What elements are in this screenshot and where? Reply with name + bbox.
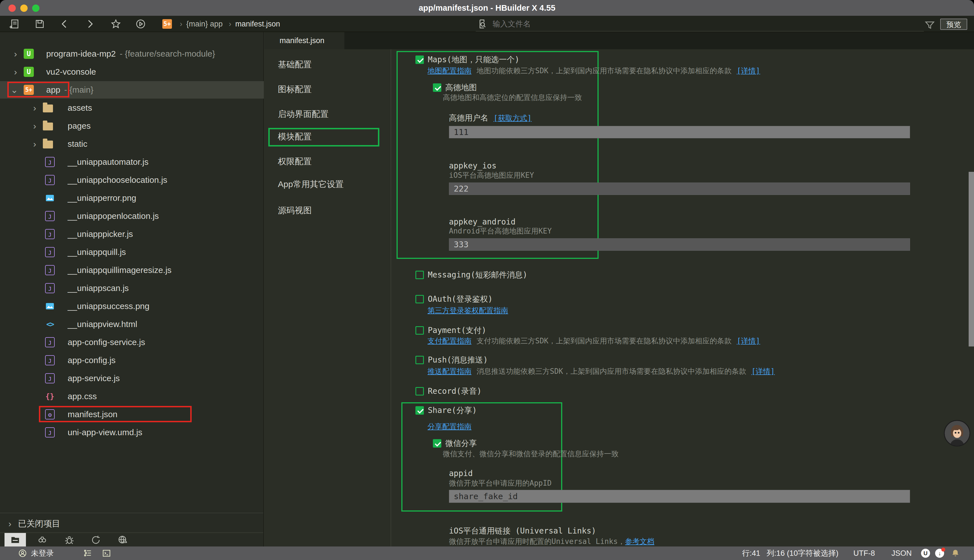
debug-view-icon[interactable]	[64, 535, 74, 545]
maps-guide-link[interactable]: 地图配置指南	[427, 66, 472, 76]
star-icon[interactable]	[110, 18, 121, 29]
tree-item-file[interactable]: J app-config-service.js	[0, 333, 264, 351]
breadcrumb-project[interactable]: app	[210, 20, 223, 28]
tree-item-app[interactable]: 5+ app - {main}	[0, 81, 264, 98]
breadcrumb[interactable]: ›{main} app ›manifest.json	[176, 16, 280, 32]
tree-item-vu2-vconsole[interactable]: U vu2-vconsole	[0, 63, 264, 80]
push-guide-link[interactable]: 推送配置指南	[427, 367, 472, 376]
tree-item-file[interactable]: __uniapperror.png	[0, 189, 264, 207]
tree-item-file[interactable]: J app-service.js	[0, 370, 264, 387]
tree-item-file[interactable]: J __uniappscan.js	[0, 280, 264, 297]
appkey-ios-input[interactable]	[449, 183, 910, 195]
universal-links-doc-link[interactable]: 参考文档	[625, 537, 654, 547]
folder-view-icon[interactable]	[10, 535, 20, 545]
notification-bell-icon[interactable]	[951, 549, 960, 558]
tree-label[interactable]: __uniappautomator.js	[68, 157, 148, 167]
share-guide-link[interactable]: 分享配置指南	[427, 422, 472, 432]
encoding-indicator[interactable]: UTF-8	[853, 547, 875, 560]
tree-item-static[interactable]: static	[0, 135, 264, 153]
tree-item-file[interactable]: J __uniappchooselocation.js	[0, 171, 264, 189]
cursor-column-selection[interactable]: 列:16 (10字符被选择)	[767, 547, 839, 560]
tree-label[interactable]: app-service.js	[68, 373, 120, 383]
tree-item-assets[interactable]: assets	[0, 99, 264, 117]
record-checkbox[interactable]	[415, 387, 424, 395]
breadcrumb-file[interactable]: manifest.json	[235, 20, 280, 28]
amap-user-howto-link[interactable]: [获取方式]	[494, 113, 532, 123]
chevron-right-icon[interactable]	[30, 122, 39, 130]
tree-label[interactable]: __uniapperror.png	[68, 193, 137, 203]
sync-view-icon[interactable]	[91, 535, 101, 545]
maps-checkbox[interactable]	[415, 55, 424, 64]
outline-list-icon[interactable]	[83, 549, 92, 558]
menu-item-icon-config[interactable]: 图标配置	[264, 80, 389, 98]
tree-label[interactable]: uni-app-view.umd.js	[68, 428, 142, 437]
tree-label[interactable]: static	[68, 139, 87, 149]
chevron-right-icon[interactable]	[11, 50, 20, 58]
tree-label[interactable]: __uniappsuccess.png	[68, 302, 149, 311]
tree-label[interactable]: app.css	[68, 392, 97, 401]
oauth-guide-link[interactable]: 第三方登录鉴权配置指南	[427, 306, 508, 315]
tree-label[interactable]: app-config-service.js	[68, 337, 145, 347]
account-icon[interactable]	[18, 549, 27, 558]
payment-guide-link[interactable]: 支付配置指南	[427, 336, 472, 346]
uniapp-badge-icon[interactable]: U	[921, 549, 930, 558]
tree-label[interactable]: __uniappquill.js	[68, 247, 126, 257]
forward-icon[interactable]	[85, 18, 95, 29]
tree-item-file[interactable]: J __uniappopenlocation.js	[0, 207, 264, 225]
closed-projects-label[interactable]: 已关闭项目	[18, 518, 60, 530]
tree-label[interactable]: __uniappview.html	[68, 320, 137, 329]
messaging-checkbox[interactable]	[415, 271, 424, 279]
login-status[interactable]: 未登录	[31, 547, 54, 560]
tree-item-file[interactable]: J __uniappautomator.js	[0, 153, 264, 171]
wechat-share-checkbox[interactable]	[433, 439, 441, 448]
new-file-icon[interactable]	[9, 18, 20, 29]
maps-detail-link[interactable]: [详情]	[737, 66, 760, 76]
tree-item-file[interactable]: {} app.css	[0, 388, 264, 405]
chevron-right-icon[interactable]	[30, 140, 39, 148]
menu-item-splash-config[interactable]: 启动界面配置	[264, 105, 389, 123]
tree-item-file[interactable]: J __uniappquill.js	[0, 243, 264, 261]
assistant-avatar[interactable]	[944, 420, 970, 447]
tree-item-file[interactable]: J __uniapppicker.js	[0, 225, 264, 243]
tree-label[interactable]: __uniappquillimageresize.js	[68, 265, 172, 275]
breadcrumb-branch[interactable]: {main}	[186, 20, 208, 28]
filter-icon[interactable]	[924, 20, 933, 28]
search-view-icon[interactable]	[37, 535, 47, 545]
tree-item-file[interactable]: __uniappsuccess.png	[0, 297, 264, 315]
update-download-icon[interactable]: ↓	[935, 549, 944, 558]
language-mode-indicator[interactable]: JSON	[891, 547, 912, 560]
oauth-checkbox[interactable]	[415, 295, 424, 303]
tree-item-file[interactable]: J uni-app-view.umd.js	[0, 424, 264, 441]
closed-projects-section[interactable]: 已关闭项目	[0, 515, 263, 532]
menu-item-app-other-settings[interactable]: App常用其它设置	[264, 175, 389, 193]
tree-label[interactable]: vu2-vconsole	[46, 67, 96, 77]
payment-checkbox[interactable]	[415, 326, 424, 335]
tree-item-file[interactable]: <> __uniappview.html	[0, 315, 264, 333]
tree-label[interactable]: app-config.js	[68, 355, 115, 365]
menu-item-permission-config[interactable]: 权限配置	[264, 153, 389, 170]
tree-item-pages[interactable]: pages	[0, 117, 264, 135]
chevron-right-icon[interactable]	[11, 68, 20, 76]
share-checkbox[interactable]	[415, 406, 424, 415]
menu-item-source-view[interactable]: 源码视图	[264, 202, 389, 219]
back-icon[interactable]	[59, 18, 70, 29]
tree-item-file[interactable]: J __uniappquillimageresize.js	[0, 262, 264, 279]
tree-label[interactable]: pages	[68, 121, 91, 131]
tree-label[interactable]: __uniappchooselocation.js	[68, 175, 167, 185]
push-checkbox[interactable]	[415, 356, 424, 364]
tree-item-manifest[interactable]: ⚙ manifest.json	[0, 406, 264, 423]
tree-label[interactable]: __uniappopenlocation.js	[68, 211, 159, 221]
tree-item-program-idea-mp2[interactable]: U program-idea-mp2 - {feature/search-mod…	[0, 45, 264, 63]
tab-manifest-json[interactable]: manifest.json	[264, 32, 344, 49]
chevron-right-icon[interactable]	[30, 104, 39, 112]
run-icon[interactable]	[135, 18, 146, 29]
tree-label[interactable]: __uniappscan.js	[68, 283, 129, 293]
web-view-icon[interactable]	[117, 535, 127, 545]
terminal-icon[interactable]	[102, 549, 111, 558]
wechat-appid-input[interactable]	[449, 490, 910, 503]
tree-label[interactable]: program-idea-mp2	[46, 49, 116, 58]
tree-label[interactable]: __uniapppicker.js	[68, 229, 133, 239]
menu-item-basic-config[interactable]: 基础配置	[264, 56, 389, 73]
vertical-scrollbar[interactable]	[969, 172, 974, 347]
amap-checkbox[interactable]	[433, 83, 441, 92]
